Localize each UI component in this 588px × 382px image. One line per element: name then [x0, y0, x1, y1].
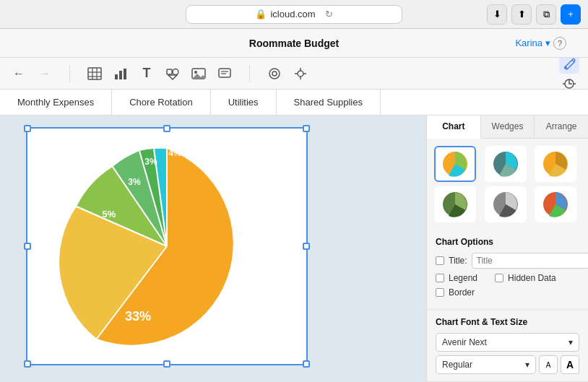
handle-br[interactable]	[303, 360, 310, 368]
chart-options-title: Chart Options	[436, 237, 579, 247]
tab-monthly-expenses[interactable]: Monthly Expenses	[0, 90, 112, 115]
font-section: Chart Font & Text Size Avenir Next ▾ Reg…	[427, 310, 588, 382]
chart-style-2[interactable]	[485, 146, 527, 182]
chevron-down-icon: ▾	[568, 337, 573, 347]
handle-tr[interactable]	[303, 125, 310, 132]
panel-tabs: Chart Wedges Arrange	[427, 116, 588, 139]
url-text: icloud.com	[270, 9, 315, 19]
focus-icon[interactable]	[264, 64, 285, 84]
chart-style-4[interactable]	[434, 186, 476, 222]
font-style-row: Regular ▾ A A	[436, 355, 579, 374]
username: Karina	[515, 38, 542, 48]
legend-checkbox[interactable]	[436, 274, 444, 282]
border-row: Border	[436, 287, 579, 298]
comment-icon[interactable]	[215, 64, 235, 84]
svg-rect-6	[119, 71, 122, 79]
svg-text:3%: 3%	[144, 157, 157, 167]
shape-icon[interactable]	[163, 64, 183, 84]
svg-text:52%: 52%	[235, 233, 264, 249]
panel-tab-arrange[interactable]: Arrange	[535, 116, 588, 138]
panel-tab-chart[interactable]: Chart	[427, 116, 481, 139]
handle-mr[interactable]	[303, 243, 310, 250]
chart-style-3[interactable]	[535, 146, 576, 182]
tabs-bar: Monthly Expenses Chore Rotation Utilitie…	[0, 90, 588, 116]
help-icon[interactable]: ?	[553, 37, 566, 50]
image-icon[interactable]	[189, 64, 209, 84]
toolbar-separator-1	[69, 65, 70, 82]
view-group	[264, 64, 311, 84]
svg-point-9	[173, 69, 178, 74]
browser-buttons: ⬇ ⬆ ⧉ +	[487, 4, 581, 25]
pie-chart: 52% 33% 5% 3% 3% 4%	[33, 134, 301, 358]
svg-point-19	[298, 71, 303, 77]
tab-utilities[interactable]: Utilities	[211, 90, 277, 115]
right-toolbar-group	[559, 53, 579, 94]
font-section-title: Chart Font & Text Size	[436, 317, 579, 327]
handle-tc[interactable]	[163, 125, 170, 132]
svg-text:3%: 3%	[128, 177, 141, 187]
handle-bc[interactable]	[163, 360, 170, 368]
format-icon[interactable]	[290, 64, 311, 84]
tab-spacer	[381, 90, 588, 115]
chart-styles-grid	[427, 139, 588, 230]
undo-button[interactable]: ←	[9, 64, 29, 84]
chart-options-section: Chart Options Title: Legend Hidden Data …	[427, 230, 588, 310]
svg-rect-0	[88, 68, 101, 79]
svg-point-18	[272, 71, 277, 76]
table-icon[interactable]	[85, 64, 105, 84]
title-checkbox[interactable]	[436, 256, 444, 265]
lock-icon: 🔒	[255, 9, 267, 19]
app-title-bar: Roommate Budget Karina ▾ ?	[0, 29, 588, 58]
chart-style-6[interactable]	[535, 186, 576, 222]
tab-shared-supplies[interactable]: Shared Supplies	[277, 90, 381, 115]
chart-style-1[interactable]	[434, 146, 476, 182]
chart-container[interactable]: 52% 33% 5% 3% 3% 4%	[26, 127, 308, 365]
legend-label: Legend	[449, 273, 477, 283]
download-button[interactable]: ⬇	[487, 4, 507, 25]
app-title: Roommate Budget	[249, 38, 339, 49]
tab-button[interactable]: ⧉	[536, 4, 556, 25]
svg-marker-10	[168, 75, 177, 79]
user-area[interactable]: Karina ▾ ?	[515, 37, 566, 50]
handle-bl[interactable]	[24, 360, 31, 368]
svg-rect-7	[124, 69, 126, 79]
toolbar: ← → T	[0, 58, 588, 90]
new-tab-button[interactable]: +	[561, 4, 581, 25]
hidden-data-checkbox[interactable]	[495, 274, 503, 282]
chart-icon[interactable]	[111, 64, 131, 84]
tab-chore-rotation[interactable]: Chore Rotation	[112, 90, 210, 115]
hidden-data-label: Hidden Data	[508, 273, 556, 283]
border-checkbox[interactable]	[436, 288, 444, 297]
border-label: Border	[449, 287, 475, 298]
handle-ml[interactable]	[24, 243, 31, 250]
legend-row: Legend Hidden Data	[436, 273, 579, 283]
user-chevron-icon: ▾	[545, 38, 550, 48]
title-input[interactable]	[472, 253, 588, 269]
insert-group: T	[85, 64, 235, 84]
undo-redo-group: ← →	[9, 64, 55, 84]
browser-bar: 🔒 icloud.com ↻ ⬇ ⬆ ⧉ +	[0, 0, 588, 29]
title-label: Title:	[449, 256, 467, 266]
handle-tl[interactable]	[24, 125, 31, 132]
font-size-small-button[interactable]: A	[539, 355, 558, 374]
svg-rect-8	[167, 69, 172, 74]
main-content: 52% 33% 5% 3% 3% 4%	[0, 116, 588, 382]
font-style-select[interactable]: Regular ▾	[436, 355, 536, 374]
svg-point-24	[564, 66, 567, 69]
right-panel: Chart Wedges Arrange	[426, 116, 588, 382]
redo-button[interactable]: →	[35, 64, 55, 84]
title-option-row: Title:	[436, 253, 579, 269]
panel-tab-wedges[interactable]: Wedges	[481, 116, 535, 138]
share-button[interactable]: ⬆	[511, 4, 532, 25]
svg-point-17	[269, 69, 280, 79]
font-family-select[interactable]: Avenir Next ▾	[436, 333, 579, 352]
svg-rect-14	[219, 69, 230, 77]
canvas-area[interactable]: 52% 33% 5% 3% 3% 4%	[0, 116, 426, 382]
svg-rect-5	[115, 74, 118, 79]
chart-style-5[interactable]	[485, 186, 527, 222]
chevron-down-icon-2: ▾	[525, 360, 529, 370]
url-bar[interactable]: 🔒 icloud.com ↻	[186, 5, 402, 24]
text-icon[interactable]: T	[137, 64, 157, 84]
reload-icon[interactable]: ↻	[325, 9, 333, 19]
font-size-large-button[interactable]: A	[561, 355, 579, 374]
